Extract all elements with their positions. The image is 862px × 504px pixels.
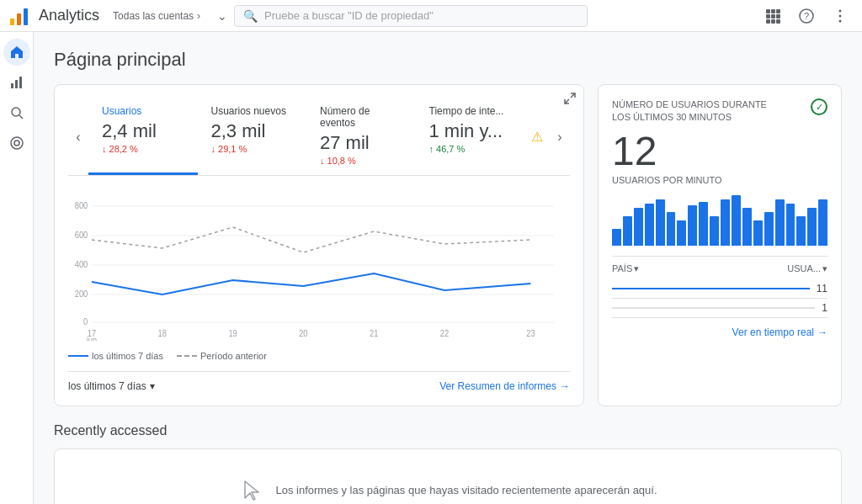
svg-rect-7 [771,14,775,19]
rt-bar-5 [656,199,665,246]
metric-tab-events-value: 27 mil [320,132,402,154]
svg-point-23 [14,141,19,146]
svg-rect-3 [766,9,770,13]
rt-col-country[interactable]: PAÍS ▾ [612,263,639,274]
view-report-label: Ver Resumen de informes [439,380,556,392]
view-report-link[interactable]: Ver Resumen de informes → [439,380,570,392]
metric-tab-time-value: 1 min y... [429,120,512,142]
app-title: Analytics [39,7,99,24]
svg-rect-17 [11,83,13,88]
svg-text:?: ? [804,11,809,21]
search-input[interactable]: Pruebe a buscar "ID de propiedad" [264,9,434,22]
rt-row-1-value: 11 [817,283,827,294]
metric-tab-users-change: ↓ 28,2 % [102,144,184,154]
breadcrumb[interactable]: Todas las cuentas › [113,10,200,22]
rt-row-2-country [612,307,815,309]
svg-text:800: 800 [75,201,88,210]
svg-rect-8 [776,14,780,19]
rt-col-users[interactable]: USUA... ▾ [787,263,827,274]
svg-rect-0 [10,19,14,25]
sidebar-item-reports[interactable] [3,69,30,96]
rt-bar-19 [807,208,817,246]
rt-check-icon: ✓ [811,98,827,115]
metric-tab-new-users-value: 2,3 mil [211,120,294,142]
sidebar-item-home[interactable] [3,39,30,66]
sidebar-item-explore[interactable] [3,99,30,126]
dropdown-arrow-icon[interactable]: ⌄ [217,9,227,23]
line-chart: 800 600 400 200 0 17 jun 18 19 20 21 [68,189,570,341]
cards-row: ‹ Usuarios 2,4 mil ↓ 28,2 % Usuarios nue… [54,84,842,406]
legend-solid-line [68,355,88,357]
svg-text:400: 400 [75,260,88,269]
realtime-card: NÚMERO DE USUARIOS DURANTE LOS ÚLTIMOS 3… [598,84,842,406]
metric-tab-time[interactable]: Tiempo de inte... 1 min y... ↑ 46,7 % [416,98,525,175]
logo-icon [10,7,29,25]
metric-tab-new-users-change: ↓ 29,1 % [211,144,294,154]
rt-bar-13 [742,208,752,246]
recently-accessed-empty-text: Los informes y las páginas que hayas vis… [275,484,657,496]
rt-row-1-country [612,288,810,289]
warning-icon: ⚠ [524,98,550,175]
rt-bar-18 [796,216,806,246]
metric-tab-new-users-name: Usuarios nuevos [211,105,294,117]
chart-area: 800 600 400 200 0 17 jun 18 19 20 21 [68,189,570,341]
rt-table-row-2: 1 [612,299,827,318]
svg-rect-11 [776,19,780,24]
page-title: Página principal [54,49,842,71]
rt-col-users-sort-icon: ▾ [822,263,827,274]
main-content: Página principal ‹ Usuarios 2,4 mil [34,32,862,504]
more-options-icon[interactable] [828,4,852,28]
next-metric-arrow[interactable]: › [550,98,570,175]
metric-tab-new-users[interactable]: Usuarios nuevos 2,3 mil ↓ 29,1 % [198,98,307,175]
metric-tab-events[interactable]: Número de eventos 27 mil ↓ 10,8 % [306,98,416,175]
sidebar-item-advertising[interactable] [3,130,30,157]
rt-bar-7 [677,220,686,246]
breadcrumb-text: Todas las cuentas [113,10,194,22]
rt-bar-1 [612,229,621,246]
chart-legend: los últimos 7 días Período anterior [68,351,570,361]
stats-card: ‹ Usuarios 2,4 mil ↓ 28,2 % Usuarios nue… [54,84,584,406]
recently-accessed-card: Los informes y las páginas que hayas vis… [54,448,842,504]
svg-line-21 [19,115,23,119]
svg-text:600: 600 [75,231,88,240]
date-range-dropdown[interactable]: los últimos 7 días ▾ [68,380,155,392]
date-range-label: los últimos 7 días [68,380,146,392]
rt-bar-15 [764,212,774,246]
svg-rect-18 [15,80,18,88]
metric-tab-users-value: 2,4 mil [102,120,184,142]
card-footer: los últimos 7 días ▾ Ver Resumen de info… [68,371,570,392]
svg-point-22 [11,137,23,149]
metric-tab-users[interactable]: Usuarios 2,4 mil ↓ 28,2 % [88,98,198,175]
svg-rect-10 [771,19,775,24]
prev-metric-arrow[interactable]: ‹ [68,98,88,175]
legend-previous: Período anterior [177,351,267,361]
rt-bar-14 [753,220,763,246]
svg-text:18: 18 [158,329,167,338]
rt-bar-10 [710,216,719,246]
svg-point-16 [839,19,842,22]
rt-table-header: PAÍS ▾ USUA... ▾ [612,256,827,274]
rt-bar-16 [775,199,785,246]
rt-bar-9 [699,202,708,246]
svg-rect-4 [771,9,775,13]
search-bar[interactable]: 🔍 Pruebe a buscar "ID de propiedad" [234,5,588,27]
rt-big-number: 12 [612,131,827,172]
sidebar [0,32,34,504]
svg-text:22: 22 [440,329,449,338]
rt-bar-2 [623,216,632,246]
legend-previous-label: Período anterior [200,351,267,361]
svg-rect-9 [766,19,770,24]
rt-bar-8 [688,205,697,246]
rt-col-country-sort-icon: ▾ [634,263,639,274]
apps-icon[interactable] [761,4,785,28]
recently-accessed-title: Recently accessed [54,423,842,438]
rt-view-realtime-link[interactable]: Ver en tiempo real → [612,326,827,338]
rt-link-label: Ver en tiempo real [732,326,814,338]
rt-bar-12 [732,195,741,246]
rt-bar-4 [645,204,654,246]
rt-link-arrow-icon: → [817,326,827,338]
metric-tab-users-name: Usuarios [102,105,184,117]
footer-link-arrow-icon: → [560,380,570,392]
help-icon[interactable]: ? [795,4,818,28]
cursor-icon [238,476,265,503]
